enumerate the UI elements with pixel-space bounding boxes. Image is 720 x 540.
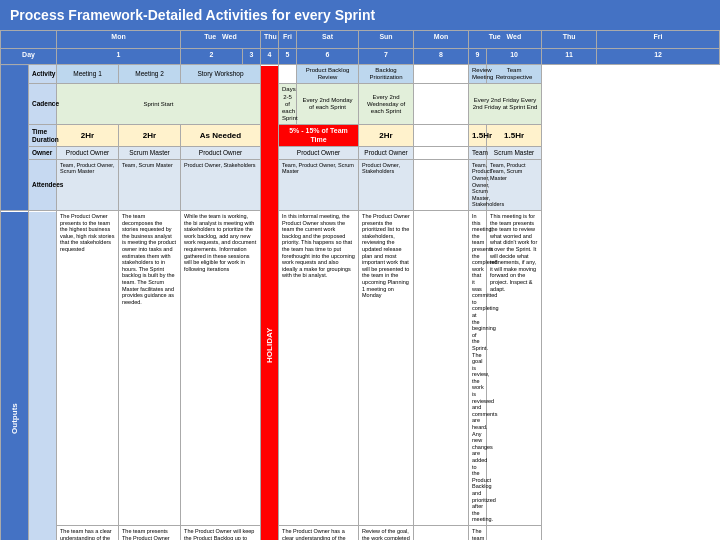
attendees-label: Attendees (29, 159, 57, 210)
day-5: 5 (279, 49, 297, 65)
att-5: Product Owner, Stakeholders (359, 159, 414, 210)
duration-1-5hr2: 1.5Hr (487, 125, 542, 147)
meeting1-cell: Meeting 1 (57, 65, 119, 84)
story-cell: Story Workshop (181, 65, 261, 84)
activities-row-label (29, 211, 57, 526)
owner-label: Owner (29, 147, 57, 160)
sprint-start-cell: Sprint Start (57, 84, 261, 125)
duration-2hr1: 2Hr (57, 125, 119, 147)
owner-sm2: Scrum Master (487, 147, 542, 160)
out-col5: Review of the goal, the work completed t… (359, 525, 414, 540)
review-cell: Product Backlog Review (297, 65, 359, 84)
duration-2hr3: 2Hr (359, 125, 414, 147)
header-tue-wed: Tue Wed (181, 31, 261, 49)
att-2: Team, Scrum Master (119, 159, 181, 210)
day-4: 4 (261, 49, 279, 65)
review-meeting-cell: Review Meeting (469, 65, 487, 84)
header-days-row: Mon Tue Wed Thu Fri Sat Sun Mon Tue Wed … (1, 31, 720, 49)
thu-act-empty (414, 211, 469, 526)
day-8: 8 (414, 49, 469, 65)
duration-row: Time Duration 2Hr 2Hr As Needed 5% - 15%… (1, 125, 720, 147)
day-1: 1 (57, 49, 181, 65)
header-mon2: Mon (414, 31, 469, 49)
owner-po4: Product Owner (359, 147, 414, 160)
activity-row: Activity Meeting 1 Meeting 2 Story Works… (1, 65, 720, 84)
day-12: 12 (597, 49, 720, 65)
owner-po2: Product Owner (181, 147, 261, 160)
day-10: 10 (487, 49, 542, 65)
act-col2: The team decomposes the stories requeste… (119, 211, 181, 526)
header-mon1: Mon (57, 31, 181, 49)
att-4: Team, Product Owner, Scrum Master (279, 159, 359, 210)
outputs-row: The team has a clear understanding of th… (1, 525, 720, 540)
day7-activity-empty (279, 65, 297, 84)
act-col6: In this meeting, the team presents the c… (469, 211, 487, 526)
activities-section-label: Outputs (1, 211, 29, 540)
owner-po3: Product Owner (279, 147, 359, 160)
cadence-row: Cadence Sprint Start Days 2-5 of each Sp… (1, 84, 720, 125)
header-thu: Thu (261, 31, 279, 49)
thu-out-empty (414, 525, 469, 540)
owner-po1: Product Owner (57, 147, 119, 160)
attendees-row: Attendees Team, Product Owner, Scrum Mas… (1, 159, 720, 210)
header-fri2: Fri (597, 31, 720, 49)
out-col2: The team presents The Product Owner with… (119, 525, 181, 540)
page-title: Process Framework-Detailed Activities fo… (0, 0, 720, 30)
day-numbers-row: Day 1 2 3 4 5 6 7 8 9 10 11 12 (1, 49, 720, 65)
day-label: Day (1, 49, 57, 65)
holiday-cell: HOLIDAY (261, 65, 279, 541)
out-col4: The Product Owner has a clear understand… (279, 525, 359, 540)
day-9: 9 (469, 49, 487, 65)
activities-content-row: Outputs The Product Owner presents to th… (1, 211, 720, 526)
thu-duration-empty (414, 125, 469, 147)
team-time-cell: 5% - 15% of Team Time (279, 125, 359, 147)
header-sat: Sat (297, 31, 359, 49)
thu-cadence-empty (414, 84, 469, 125)
every2nd-mon-cell: Every 2nd Monday of each Sprint (297, 84, 359, 125)
act-col7: This meeting is for the team presents th… (487, 211, 542, 526)
day-11: 11 (542, 49, 597, 65)
backlog-pri-cell: Backlog Prioritization (359, 65, 414, 84)
out-col6: The team will collect what worked, what … (469, 525, 487, 540)
header-sun: Sun (359, 31, 414, 49)
header-fri: Fri (279, 31, 297, 49)
act-col1: The Product Owner presents to the team t… (57, 211, 119, 526)
retrospective-cell: Team Retrospective (487, 65, 542, 84)
act-col5: The Product Owner presents the prioritiz… (359, 211, 414, 526)
act-col4: In this informal meeting, the Product Ow… (279, 211, 359, 526)
days25-cell: Days 2-5 of each Sprint (279, 84, 297, 125)
att-1: Team, Product Owner, Scrum Master (57, 159, 119, 210)
duration-label: Time Duration (29, 125, 57, 147)
header-thu2: Thu (542, 31, 597, 49)
thu-owner-empty (414, 147, 469, 160)
day-6: 6 (297, 49, 359, 65)
duration-1-5hr1: 1.5Hr (469, 125, 487, 147)
owner-team1: Team (469, 147, 487, 160)
owner-row: Owner Product Owner Scrum Master Product… (1, 147, 720, 160)
att-3: Product Owner, Stakeholders (181, 159, 261, 210)
header-empty (1, 31, 57, 49)
outputs-row-label (29, 525, 57, 540)
day-2: 2 (181, 49, 243, 65)
cadence-label: Cadence (29, 84, 57, 125)
day-7: 7 (359, 49, 414, 65)
meeting2-cell: Meeting 2 (119, 65, 181, 84)
out-col1: The team has a clear understanding of th… (57, 525, 119, 540)
section-label-left (1, 65, 29, 211)
activity-label: Activity (29, 65, 57, 84)
att-6: Team, Product Owner, Owner, Scrum Master… (469, 159, 487, 210)
out-col7-empty (487, 525, 542, 540)
thu-activity-empty (414, 65, 469, 84)
duration-as-needed: As Needed (181, 125, 261, 147)
owner-sm1: Scrum Master (119, 147, 181, 160)
out-col3: The Product Owner will keep the Product … (181, 525, 261, 540)
every2nd-fri-cell: Every 2nd Friday Every 2nd Friday at Spr… (469, 84, 542, 125)
thu-att-empty (414, 159, 469, 210)
header-tue-wed2: Tue Wed (469, 31, 542, 49)
day-3: 3 (243, 49, 261, 65)
every2nd-wed-cell: Every 2nd Wednesday of each Sprint (359, 84, 414, 125)
act-col3: While the team is working, the bi analys… (181, 211, 261, 526)
duration-2hr2: 2Hr (119, 125, 181, 147)
